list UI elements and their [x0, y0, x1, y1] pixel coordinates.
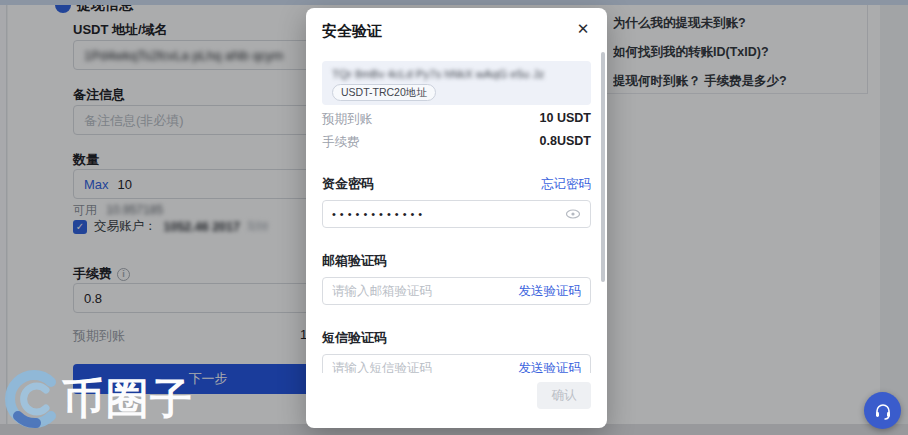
- expected-amount-row: 预期到账 10 USDT: [322, 111, 591, 128]
- sms-code-header: 短信验证码: [322, 329, 591, 347]
- password-masked-value: ••••••••••••: [332, 208, 565, 220]
- fund-password-header: 资金密码 忘记密码: [322, 175, 591, 193]
- modal-header: 安全验证 ✕: [306, 8, 607, 47]
- fund-password-input[interactable]: ••••••••••••: [322, 200, 591, 228]
- fee-value: 0.8USDT: [540, 134, 591, 151]
- email-code-field: 发送验证码: [322, 277, 591, 305]
- modal-body: TQr 8mBv 4cLd Py7s hNkX wAqG e5u Jz USDT…: [306, 47, 607, 373]
- email-code-label: 邮箱验证码: [322, 252, 387, 270]
- destination-address: TQr 8mBv 4cLd Py7s hNkX wAqG e5u Jz: [332, 68, 581, 80]
- security-verification-modal: 安全验证 ✕ TQr 8mBv 4cLd Py7s hNkX wAqG e5u …: [306, 8, 607, 428]
- show-password-eye-icon[interactable]: [565, 206, 581, 222]
- headset-icon: [873, 401, 893, 421]
- expected-label: 预期到账: [322, 111, 372, 128]
- sms-code-field: 发送验证码: [322, 354, 591, 373]
- email-code-header: 邮箱验证码: [322, 252, 591, 270]
- customer-support-button[interactable]: [864, 392, 901, 429]
- fee-row: 手续费 0.8USDT: [322, 134, 591, 151]
- close-icon[interactable]: ✕: [574, 20, 592, 38]
- modal-footer: 确认: [306, 373, 607, 421]
- sms-code-input[interactable]: [332, 361, 511, 373]
- expected-value: 10 USDT: [540, 111, 591, 128]
- screen: 提现信息 USDT 地址/域名 1Pd4wkqTs2fcvLa pLhq aNb…: [0, 0, 908, 435]
- sms-code-label: 短信验证码: [322, 329, 387, 347]
- network-tag: USDT-TRC20地址: [332, 84, 436, 101]
- fund-password-label: 资金密码: [322, 175, 374, 193]
- email-code-input[interactable]: [332, 284, 511, 298]
- forgot-password-link[interactable]: 忘记密码: [541, 176, 591, 193]
- send-sms-code-button[interactable]: 发送验证码: [519, 360, 582, 374]
- withdraw-summary-box: TQr 8mBv 4cLd Py7s hNkX wAqG e5u Jz USDT…: [322, 61, 591, 105]
- modal-scrollbar[interactable]: [601, 52, 605, 282]
- modal-title: 安全验证: [322, 22, 382, 39]
- send-email-code-button[interactable]: 发送验证码: [519, 283, 582, 300]
- fee-label: 手续费: [322, 134, 360, 151]
- confirm-button[interactable]: 确认: [537, 382, 591, 409]
